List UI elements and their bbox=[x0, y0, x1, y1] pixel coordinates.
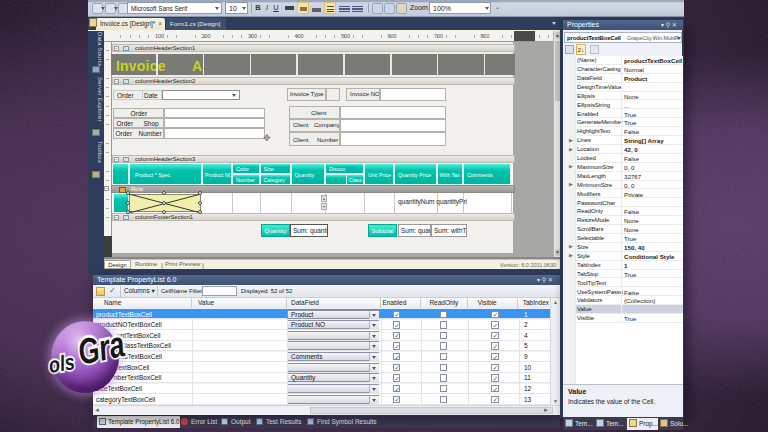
svg-text:Gra: Gra bbox=[74, 323, 128, 373]
svg-text:ols: ols bbox=[47, 349, 77, 377]
